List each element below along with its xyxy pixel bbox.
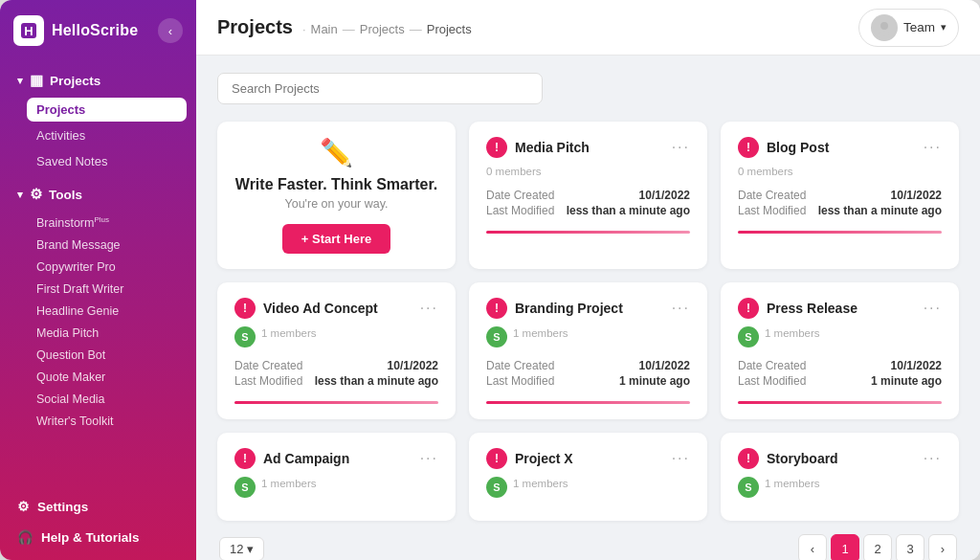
logo-area: H HelloScribe	[13, 15, 138, 46]
card-header: ! Branding Project ···	[486, 298, 690, 319]
member-avatar: S	[234, 477, 256, 498]
sidebar-bottom: ⚙ Settings 🎧 Help & Tutorials	[0, 483, 196, 560]
featured-subtitle: You're on your way.	[284, 197, 388, 211]
card-title[interactable]: Branding Project	[515, 301, 623, 316]
logo-icon: H	[13, 15, 44, 46]
date-created-value: 10/1/2022	[639, 189, 690, 202]
card-header: ! Project X ···	[486, 448, 690, 469]
card-title[interactable]: Video Ad Concept	[263, 301, 378, 316]
last-modified-label: Last Modified	[486, 374, 554, 388]
card-members-count: 1 members	[513, 327, 568, 339]
card-title[interactable]: Storyboard	[767, 451, 838, 466]
date-created-row: Date Created 10/1/2022	[486, 189, 690, 202]
sidebar-tool-brand-message[interactable]: Brand Message	[27, 235, 187, 256]
prev-page-button[interactable]: ‹	[798, 534, 827, 560]
card-menu-button[interactable]: ···	[924, 139, 942, 156]
sidebar-item-activities[interactable]: Activities	[27, 123, 187, 147]
card-members-row: S 1 members	[738, 326, 942, 347]
breadcrumb-current: Projects	[427, 22, 472, 36]
search-input[interactable]	[217, 73, 543, 104]
page-2-button[interactable]: 2	[863, 534, 892, 560]
svg-point-2	[880, 22, 888, 30]
date-created-label: Date Created	[486, 359, 554, 372]
next-page-button[interactable]: ›	[928, 534, 957, 560]
breadcrumb-main[interactable]: Main	[311, 22, 338, 36]
date-created-label: Date Created	[738, 359, 806, 372]
card-menu-button[interactable]: ···	[420, 450, 438, 467]
card-members-count: 1 members	[261, 327, 317, 339]
sidebar-item-help[interactable]: 🎧 Help & Tutorials	[10, 522, 187, 552]
card-header: ! Press Release ···	[738, 298, 942, 319]
card-menu-button[interactable]: ···	[420, 300, 438, 317]
project-icon: !	[486, 298, 507, 319]
card-menu-button[interactable]: ···	[924, 300, 942, 317]
page-size-select[interactable]: 12 ▾	[219, 537, 264, 561]
card-meta: Date Created 10/1/2022 Last Modified 1 m…	[738, 359, 942, 390]
card-menu-button[interactable]: ···	[924, 450, 942, 467]
card-header: ! Video Ad Concept ···	[234, 298, 438, 319]
date-created-label: Date Created	[738, 189, 806, 202]
sidebar-section-projects: ▾ ▦ Projects Projects Activities Saved N…	[10, 65, 187, 175]
page-3-button[interactable]: 3	[896, 534, 924, 560]
sidebar-tool-quote-maker[interactable]: Quote Maker	[27, 367, 187, 388]
card-title[interactable]: Media Pitch	[515, 140, 590, 155]
card-header: ! Ad Campaign ···	[234, 448, 438, 469]
topbar-left: Projects · Main — Projects — Projects	[217, 16, 472, 38]
card-meta: Date Created 10/1/2022 Last Modified 1 m…	[486, 359, 690, 390]
date-created-row: Date Created 10/1/2022	[738, 189, 942, 202]
card-meta: Date Created 10/1/2022 Last Modified les…	[234, 359, 438, 390]
sidebar-collapse-button[interactable]: ‹	[158, 18, 183, 43]
card-title-row: ! Storyboard	[738, 448, 838, 469]
breadcrumb-projects[interactable]: Projects	[360, 22, 405, 36]
page-1-button[interactable]: 1	[831, 534, 859, 560]
sidebar-tool-first-draft[interactable]: First Draft Writer	[27, 279, 187, 300]
sidebar-tool-brainstorm[interactable]: BrainstormPlus	[27, 212, 187, 234]
sidebar-section-tools-header[interactable]: ▾ ⚙ Tools	[10, 179, 187, 210]
card-menu-button[interactable]: ···	[672, 450, 690, 467]
last-modified-value: less than a minute ago	[315, 374, 438, 388]
last-modified-row: Last Modified less than a minute ago	[234, 374, 438, 388]
card-members-row: S 1 members	[234, 326, 438, 347]
content-area: ✏️ Write Faster. Think Smarter. You're o…	[196, 56, 980, 560]
last-modified-row: Last Modified less than a minute ago	[738, 204, 942, 217]
sidebar-tool-media-pitch[interactable]: Media Pitch	[27, 323, 187, 344]
sidebar-projects-subitems: Projects Activities Saved Notes	[10, 98, 187, 173]
sidebar-tool-headline[interactable]: Headline Genie	[27, 301, 187, 322]
card-title[interactable]: Press Release	[767, 301, 858, 316]
sidebar-item-saved-notes[interactable]: Saved Notes	[27, 149, 187, 173]
app-window: H HelloScribe ‹ ▾ ▦ Projects Projects Ac…	[0, 0, 980, 560]
chevron-down-icon: ▾	[941, 21, 947, 34]
sidebar-tool-writers-toolkit[interactable]: Writer's Toolkit	[27, 411, 187, 432]
card-title-row: ! Project X	[486, 448, 573, 469]
sidebar-tool-question-bot[interactable]: Question Bot	[27, 345, 187, 366]
help-label: Help & Tutorials	[41, 530, 140, 545]
sidebar-tool-social-media[interactable]: Social Media	[27, 389, 187, 410]
card-title-row: ! Press Release	[738, 298, 858, 319]
team-button[interactable]: Team ▾	[858, 9, 959, 47]
card-members-row: S 1 members	[486, 326, 690, 347]
sidebar-item-settings[interactable]: ⚙ Settings	[10, 491, 187, 522]
card-members-row: S 1 members	[486, 477, 690, 498]
card-menu-button[interactable]: ···	[672, 139, 690, 156]
card-title[interactable]: Project X	[515, 451, 573, 466]
project-card-video-ad: ! Video Ad Concept ··· S 1 members Date …	[217, 282, 456, 419]
date-created-row: Date Created 10/1/2022	[486, 359, 690, 372]
project-card-project-x: ! Project X ··· S 1 members	[469, 433, 707, 521]
card-title[interactable]: Ad Campaign	[263, 451, 349, 466]
featured-card: ✏️ Write Faster. Think Smarter. You're o…	[217, 122, 456, 269]
card-members-count: 1 members	[513, 478, 568, 489]
card-header: ! Blog Post ···	[738, 137, 942, 158]
topbar: Projects · Main — Projects — Projects Te…	[196, 0, 980, 56]
sidebar-tool-copywriter[interactable]: Copywriter Pro	[27, 257, 187, 278]
sidebar-item-projects[interactable]: Projects	[27, 98, 187, 122]
sidebar-section-projects-header[interactable]: ▾ ▦ Projects	[10, 65, 187, 96]
project-icon: !	[738, 298, 759, 319]
team-avatar	[871, 14, 898, 41]
card-title-row: ! Ad Campaign	[234, 448, 349, 469]
last-modified-label: Last Modified	[486, 204, 554, 217]
card-bottom-bar	[738, 401, 942, 404]
start-here-button[interactable]: + Start Here	[282, 224, 390, 254]
card-menu-button[interactable]: ···	[672, 300, 690, 317]
card-title[interactable]: Blog Post	[767, 140, 829, 155]
last-modified-label: Last Modified	[234, 374, 302, 388]
